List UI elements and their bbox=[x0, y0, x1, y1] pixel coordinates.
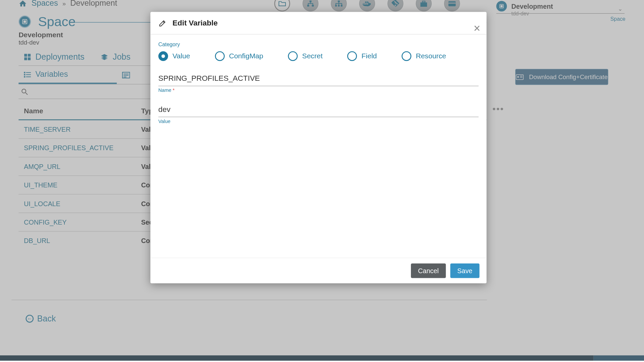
tab-label: Variables bbox=[35, 70, 68, 79]
divider bbox=[11, 300, 487, 300]
col-header-name[interactable]: Name bbox=[24, 107, 141, 115]
close-icon[interactable]: × bbox=[474, 22, 480, 36]
radio-label: Value bbox=[172, 52, 190, 60]
radio-resource[interactable]: Resource bbox=[401, 51, 446, 61]
breadcrumb-root[interactable]: Spaces bbox=[32, 0, 58, 8]
cell-name[interactable]: AMQP_URL bbox=[24, 163, 141, 170]
svg-rect-30 bbox=[500, 5, 502, 7]
svg-rect-3 bbox=[338, 1, 340, 2]
briefcase-icon[interactable] bbox=[416, 0, 432, 11]
radio-label: Field bbox=[362, 52, 377, 60]
cell-name[interactable]: DB_URL bbox=[24, 237, 141, 244]
svg-rect-15 bbox=[24, 57, 27, 60]
folder-icon[interactable] bbox=[274, 0, 290, 11]
svg-rect-19 bbox=[24, 74, 25, 75]
svg-rect-5 bbox=[338, 5, 340, 7]
breadcrumb: Spaces » Development bbox=[18, 0, 117, 8]
radio-configmap[interactable]: ConfigMap bbox=[215, 51, 263, 61]
svg-rect-14 bbox=[28, 54, 31, 57]
right-panel-header[interactable]: Development tdd-dev ⌄ bbox=[496, 1, 625, 14]
svg-rect-16 bbox=[28, 57, 31, 60]
value-label: Value bbox=[158, 118, 479, 124]
svg-rect-1 bbox=[307, 5, 309, 7]
sitemap-icon[interactable] bbox=[331, 0, 346, 11]
back-link[interactable]: ← Back bbox=[25, 314, 56, 323]
svg-rect-8 bbox=[422, 1, 425, 2]
page-subtitle: Development bbox=[18, 31, 63, 39]
svg-rect-13 bbox=[24, 54, 27, 57]
svg-rect-4 bbox=[335, 5, 337, 7]
git-icon[interactable] bbox=[387, 0, 403, 11]
svg-rect-7 bbox=[420, 2, 427, 7]
cell-name[interactable]: UI_LOCALE bbox=[24, 200, 141, 207]
radio-icon bbox=[288, 51, 298, 61]
space-icon bbox=[496, 1, 507, 12]
radio-icon bbox=[401, 51, 411, 61]
tab-label: Jobs bbox=[113, 52, 130, 62]
cancel-button[interactable]: Cancel bbox=[411, 263, 446, 278]
back-label: Back bbox=[37, 314, 56, 323]
svg-rect-12 bbox=[23, 20, 26, 23]
details-icon bbox=[122, 72, 130, 79]
radio-icon bbox=[215, 51, 225, 61]
home-icon[interactable] bbox=[18, 0, 27, 7]
more-icon[interactable]: ●●● bbox=[492, 105, 504, 112]
card-icon[interactable] bbox=[444, 0, 460, 11]
footer-bar bbox=[0, 355, 594, 361]
grid-icon bbox=[24, 54, 31, 61]
cell-name[interactable]: UI_THEME bbox=[24, 181, 141, 189]
cell-name[interactable]: CONFIG_KEY bbox=[24, 218, 141, 226]
download-label: Download Config+Certificate bbox=[529, 73, 608, 80]
svg-rect-21 bbox=[24, 76, 25, 77]
download-config-button[interactable]: Download Config+Certificate bbox=[515, 69, 608, 85]
svg-rect-17 bbox=[24, 72, 25, 73]
save-button[interactable]: Save bbox=[450, 263, 479, 278]
chevron-down-icon[interactable]: ⌄ bbox=[618, 5, 623, 12]
breadcrumb-current: Development bbox=[70, 0, 117, 8]
list-icon bbox=[24, 71, 31, 77]
arrow-left-icon: ← bbox=[25, 315, 34, 323]
svg-rect-22 bbox=[26, 76, 31, 77]
right-panel-sub: tdd-dev bbox=[511, 10, 529, 16]
name-label: Name bbox=[158, 87, 171, 93]
tab-label: Deployments bbox=[35, 52, 84, 62]
footer-segment bbox=[594, 355, 644, 361]
cell-name[interactable]: TIME_SERVER bbox=[24, 126, 141, 133]
docker-icon[interactable] bbox=[359, 0, 375, 11]
layers-icon bbox=[100, 54, 108, 61]
cell-name[interactable]: SPRING_PROFILES_ACTIVE bbox=[24, 144, 141, 152]
modal-title: Edit Variable bbox=[172, 19, 218, 28]
radio-label: Secret bbox=[302, 52, 323, 60]
tab-variables[interactable]: Variables bbox=[18, 66, 116, 84]
tab-details[interactable] bbox=[117, 66, 135, 84]
right-panel-kind[interactable]: Space bbox=[610, 16, 626, 22]
breadcrumb-separator: » bbox=[62, 0, 66, 7]
space-icon bbox=[18, 15, 31, 28]
svg-rect-10 bbox=[448, 2, 456, 3]
id-card-icon bbox=[516, 74, 524, 80]
radio-secret[interactable]: Secret bbox=[288, 51, 323, 61]
network-icon[interactable] bbox=[303, 0, 318, 11]
page-subcode: tdd-dev bbox=[18, 39, 39, 46]
svg-rect-6 bbox=[341, 5, 342, 7]
value-input[interactable] bbox=[158, 104, 479, 117]
svg-rect-2 bbox=[312, 5, 314, 7]
radio-icon bbox=[158, 51, 168, 61]
radio-value[interactable]: Value bbox=[158, 51, 190, 61]
svg-rect-18 bbox=[26, 72, 31, 73]
required-mark: * bbox=[171, 87, 175, 93]
edit-icon bbox=[158, 19, 166, 27]
radio-field[interactable]: Field bbox=[347, 51, 377, 61]
svg-line-28 bbox=[25, 93, 28, 95]
toolbar-icons bbox=[274, 0, 460, 11]
name-input[interactable] bbox=[158, 72, 479, 86]
tab-jobs[interactable]: Jobs bbox=[95, 49, 141, 65]
svg-rect-9 bbox=[448, 1, 456, 6]
svg-rect-0 bbox=[310, 1, 312, 2]
tab-deployments[interactable]: Deployments bbox=[18, 49, 95, 65]
svg-rect-20 bbox=[26, 74, 31, 75]
right-panel-title: Development bbox=[511, 2, 625, 10]
radio-label: Resource bbox=[416, 52, 446, 60]
category-label: Category bbox=[158, 42, 479, 48]
category-radios: Value ConfigMap Secret Field Resource bbox=[158, 51, 479, 61]
